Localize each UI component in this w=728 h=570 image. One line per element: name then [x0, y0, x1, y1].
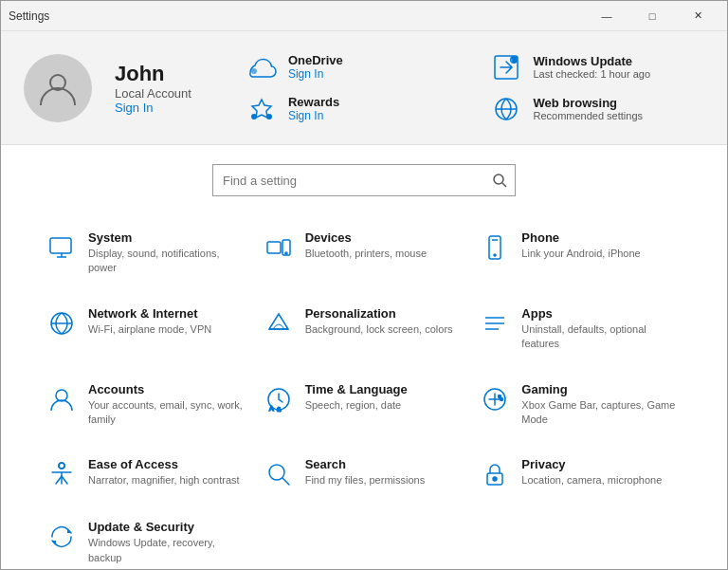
privacy-text: Privacy Location, camera, microphone [521, 457, 662, 487]
setting-privacy[interactable]: Privacy Location, camera, microphone [472, 446, 689, 501]
phone-icon [480, 232, 510, 263]
ease-title: Ease of Access [88, 457, 240, 471]
apps-icon [480, 308, 510, 339]
onedrive-svg [245, 50, 279, 84]
time-desc: Speech, region, date [305, 398, 408, 413]
system-text: System Display, sound, notifications, po… [88, 230, 248, 276]
user-account-type: Local Account [115, 86, 191, 101]
onedrive-name: OneDrive [288, 53, 343, 67]
settings-grid: System Display, sound, notifications, po… [39, 219, 689, 570]
search-setting-text: Search Find my files, permissions [305, 457, 426, 487]
windows-update-icon: ! [489, 50, 523, 84]
network-svg [48, 310, 75, 337]
onedrive-action[interactable]: Sign In [288, 67, 343, 81]
privacy-desc: Location, camera, microphone [521, 473, 662, 487]
rewards-service[interactable]: Rewards Sign In [245, 92, 460, 126]
update-svg [48, 524, 75, 550]
personalization-svg [265, 310, 292, 337]
windows-update-name: Windows Update [533, 54, 650, 68]
rewards-svg [245, 92, 279, 126]
privacy-icon [480, 459, 510, 489]
update-text: Update & Security Windows Update, recove… [88, 520, 248, 565]
maximize-button[interactable]: □ [630, 1, 674, 31]
setting-devices[interactable]: Devices Bluetooth, printers, mouse [256, 219, 473, 287]
phone-text: Phone Link your Android, iPhone [521, 230, 640, 261]
search-setting-desc: Find my files, permissions [305, 473, 426, 487]
user-signin-link[interactable]: Sign In [115, 101, 191, 115]
search-setting-title: Search [305, 457, 426, 471]
svg-rect-10 [50, 238, 71, 253]
devices-icon [264, 232, 294, 263]
title-bar-left: Settings [9, 9, 49, 23]
windows-update-desc: Last checked: 1 hour ago [533, 68, 650, 80]
windows-update-service[interactable]: ! Windows Update Last checked: 1 hour ag… [489, 50, 704, 84]
gaming-desc: Xbox Game Bar, captures, Game Mode [521, 398, 682, 428]
apps-title: Apps [521, 306, 682, 321]
svg-text:あ: あ [277, 406, 282, 412]
setting-time[interactable]: A あ Time & Language Speech, region, date [256, 371, 473, 439]
main-content: System Display, sound, notifications, po… [1, 145, 727, 570]
header-panel: John Local Account Sign In OneDrive Sign… [1, 31, 727, 145]
update-desc: Windows Update, recovery, backup [88, 536, 248, 565]
setting-apps[interactable]: Apps Uninstall, defaults, optional featu… [472, 295, 689, 363]
minimize-button[interactable]: — [585, 1, 628, 31]
system-svg [48, 234, 75, 261]
svg-text:!: ! [512, 58, 513, 64]
privacy-svg [482, 461, 508, 487]
accounts-title: Accounts [88, 382, 248, 396]
setting-search[interactable]: Search Find my files, permissions [256, 446, 473, 501]
onedrive-service[interactable]: OneDrive Sign In [245, 50, 460, 84]
user-name: John [115, 62, 191, 86]
apps-svg [482, 310, 508, 337]
search-bar-wrap [39, 164, 689, 196]
apps-text: Apps Uninstall, defaults, optional featu… [521, 306, 682, 352]
web-browsing-service[interactable]: Web browsing Recommended settings [489, 92, 704, 126]
title-bar-controls: — □ ✕ [585, 1, 719, 31]
personalization-title: Personalization [305, 306, 453, 321]
gaming-text: Gaming Xbox Game Bar, captures, Game Mod… [521, 382, 682, 428]
system-desc: Display, sound, notifications, power [88, 247, 248, 276]
time-icon: A あ [264, 384, 294, 414]
system-icon [46, 232, 77, 263]
setting-personalization[interactable]: Personalization Background, lock screen,… [256, 295, 473, 363]
ease-desc: Narrator, magnifier, high contrast [88, 473, 240, 487]
web-browsing-name: Web browsing [533, 96, 643, 110]
setting-phone[interactable]: Phone Link your Android, iPhone [472, 219, 689, 287]
devices-desc: Bluetooth, printers, mouse [305, 247, 427, 261]
devices-text: Devices Bluetooth, printers, mouse [305, 230, 427, 261]
search-setting-svg [265, 461, 292, 487]
time-text: Time & Language Speech, region, date [305, 382, 408, 413]
ease-text: Ease of Access Narrator, magnifier, high… [88, 457, 240, 487]
accounts-text: Accounts Your accounts, email, sync, wor… [88, 382, 248, 428]
gaming-title: Gaming [521, 382, 682, 396]
user-info: John Local Account Sign In [115, 62, 191, 115]
setting-gaming[interactable]: Gaming Xbox Game Bar, captures, Game Mod… [472, 371, 689, 439]
close-button[interactable]: ✕ [676, 1, 719, 31]
setting-system[interactable]: System Display, sound, notifications, po… [39, 219, 256, 287]
devices-svg [265, 234, 292, 261]
svg-point-1 [251, 68, 257, 74]
setting-network[interactable]: Network & Internet Wi-Fi, airplane mode,… [39, 295, 256, 363]
search-icon [492, 173, 507, 188]
search-button[interactable] [484, 165, 515, 195]
svg-point-17 [494, 254, 496, 256]
update-icon [46, 522, 77, 552]
svg-point-32 [59, 463, 64, 469]
gaming-icon [480, 384, 510, 414]
avatar [24, 54, 92, 122]
setting-accounts[interactable]: Accounts Your accounts, email, sync, wor… [39, 371, 256, 439]
setting-update[interactable]: Update & Security Windows Update, recove… [39, 508, 256, 570]
privacy-title: Privacy [521, 457, 662, 471]
phone-title: Phone [521, 230, 640, 245]
svg-point-5 [251, 114, 257, 120]
update-title: Update & Security [88, 520, 248, 534]
setting-ease[interactable]: Ease of Access Narrator, magnifier, high… [39, 446, 256, 501]
svg-point-30 [500, 397, 503, 400]
personalization-icon [264, 308, 294, 339]
rewards-action[interactable]: Sign In [288, 109, 339, 122]
web-browsing-svg [489, 92, 523, 126]
windows-update-svg: ! [489, 50, 523, 84]
time-title: Time & Language [305, 382, 408, 396]
ease-icon [46, 459, 77, 489]
search-input[interactable] [213, 174, 484, 188]
